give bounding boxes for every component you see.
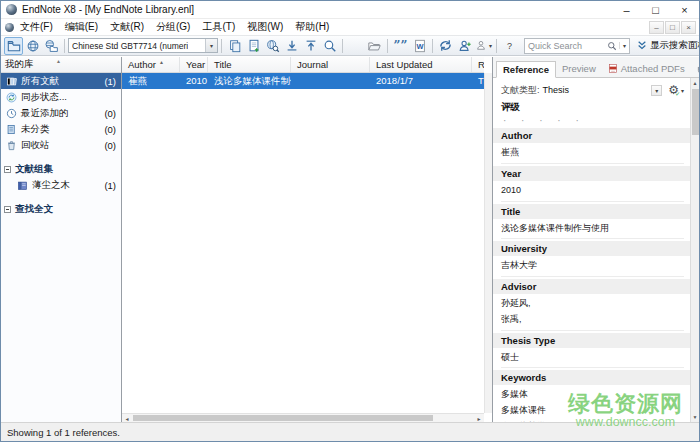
open-file-button[interactable] [365,37,384,55]
scrollbar-thumb[interactable] [692,89,699,135]
sidebar-item-trash[interactable]: 回收站 (0) [1,137,121,153]
group-set-my-groups[interactable]: 文献组集 [1,162,121,177]
tab-reference[interactable]: Reference [496,61,556,78]
menu-tools[interactable]: 工具(T) [196,20,241,34]
panel-vertical-scrollbar[interactable]: ▲ ▼ [690,78,699,422]
toolbar-separator [221,39,222,53]
export-button[interactable] [301,37,320,55]
scroll-down-icon[interactable]: ▼ [693,412,698,422]
toolbar-separator [64,39,65,53]
field-value-thesis-type[interactable]: 硕士 [501,348,684,369]
person-icon [475,39,487,52]
new-reference-button[interactable] [244,37,263,55]
field-value-title[interactable]: 浅论多媒体课件制作与使用 [501,219,684,240]
sidebar-item-label: 未分类 [21,123,50,136]
list-column-headers: Author▲ Year Title Journal Last Updated … [122,57,484,73]
maximize-button[interactable]: □ [641,1,670,18]
child-restore-button[interactable]: □ [665,21,680,34]
user-account-button[interactable]: ▾ [474,37,493,55]
field-value-advisor[interactable]: 孙延风, 张禹, [501,294,684,331]
minimize-button[interactable]: – [612,1,641,18]
field-value-university[interactable]: 吉林大学 [501,256,684,277]
find-fulltext-button[interactable] [320,37,339,55]
reference-type-row: 文献类型: Thesis ▾ ⚙ ✓ ▾ [501,82,684,98]
sidebar-item-custom-group[interactable]: 薄尘之木 (1) [1,177,121,193]
child-close-button[interactable]: × [681,21,696,34]
cell-last-updated: 2018/1/7 [370,73,472,89]
sync-button[interactable] [436,37,455,55]
sidebar-header[interactable]: 我的库 ▲ [1,57,121,73]
panel-options-button[interactable]: ⚙ ✓ ▾ [668,84,684,96]
document-window-icon[interactable] [5,23,14,32]
magnifier-icon [323,39,337,53]
menu-help[interactable]: 帮助(H) [289,20,335,34]
scroll-left-icon[interactable]: ◂ [122,415,132,422]
tab-preview[interactable]: Preview [556,60,602,77]
local-library-mode-button[interactable] [4,37,23,55]
sidebar-header-label: 我的库 [5,58,34,71]
column-header-journal[interactable]: Journal [291,57,370,72]
sync-status-icon [5,91,17,103]
cell-journal [291,73,370,89]
reference-type-dropdown[interactable]: ▾ [651,85,662,96]
integrated-mode-button[interactable] [42,37,61,55]
show-search-panel-button[interactable]: 显示搜索面板 [637,39,700,52]
menu-edit[interactable]: 编辑(E) [59,20,104,34]
reference-fields: 文献类型: Thesis ▾ ⚙ ✓ ▾ 评级 · · · · · Author… [493,78,690,422]
field-value-year[interactable]: 2010 [501,181,684,202]
menu-groups[interactable]: 分组(G) [150,20,196,34]
help-button[interactable]: ? [500,37,519,55]
endnote-window: EndNote X8 - [My EndNote Library.enl] – … [0,0,700,442]
sidebar-item-count: (0) [104,124,118,135]
list-horizontal-scrollbar[interactable]: ◂ ▸ [122,413,484,422]
menu-file[interactable]: 文件(F) [14,20,59,34]
field-value-keywords[interactable]: 多媒体 多媒体课件 多媒体教学 [501,385,684,422]
online-search-mode-button[interactable] [23,37,42,55]
field-value-author[interactable]: 崔燕 [501,143,684,164]
search-icon[interactable] [607,41,617,51]
title-bar: EndNote X8 - [My EndNote Library.enl] – … [1,1,699,19]
scrollbar-thumb[interactable] [133,415,433,421]
child-minimize-button[interactable]: – [649,21,664,34]
insert-citation-button[interactable]: ”” [391,37,410,55]
sidebar-item-unfiled[interactable]: 未分类 (0) [1,121,121,137]
chevron-down-icon: ▾ [681,87,684,94]
format-bibliography-button[interactable]: W [410,37,429,55]
sidebar-item-all-references[interactable]: 所有文献 (1) [1,73,121,89]
sidebar-item-sync-status[interactable]: 同步状态... [1,89,121,105]
close-button[interactable]: × [670,1,699,18]
list-vertical-scrollbar[interactable] [484,73,492,413]
chevron-down-icon: ▾ [205,39,217,52]
globe-folder-icon [44,39,59,53]
sidebar-item-recently-added[interactable]: 最近添加的 (0) [1,105,121,121]
copy-to-local-library-button[interactable] [225,37,244,55]
scroll-right-icon[interactable]: ▸ [474,415,484,422]
tab-attach-file[interactable] [691,60,700,77]
attach-file-button[interactable] [346,37,365,55]
show-search-panel-label: 显示搜索面板 [650,39,700,52]
tab-attached-pdfs[interactable]: Attached PDFs [602,60,691,77]
column-header-year[interactable]: Year [180,57,208,72]
group-set-find-fulltext[interactable]: 查找全文 [1,202,121,217]
menu-references[interactable]: 文献(R) [104,20,150,34]
field-label-keywords: Keywords [493,370,690,385]
reference-row-selected[interactable]: 崔燕 2010 浅论多媒体课件制作与使用 2018/1/7 Th [122,73,484,89]
field-label-advisor: Advisor [493,279,690,294]
import-button[interactable] [282,37,301,55]
output-style-dropdown[interactable]: Chinese Std GBT7714 (numeri ▾ [68,38,218,53]
column-header-reference-type[interactable]: Re [472,57,484,72]
column-header-title[interactable]: Title [208,57,291,72]
search-options-caret-icon[interactable]: ▾ [619,42,626,49]
collapse-icon[interactable] [4,166,11,173]
rating-stars[interactable]: · · · · · [503,115,684,126]
sidebar-item-label: 同步状态... [21,91,67,104]
menu-window[interactable]: 视图(W) [241,20,289,34]
column-header-last-updated[interactable]: Last Updated [370,57,472,72]
reference-list: Author▲ Year Title Journal Last Updated … [122,57,493,422]
collapse-icon[interactable] [4,206,11,213]
scroll-up-icon[interactable]: ▲ [693,78,698,88]
quick-search-input[interactable]: Quick Search ▾ [524,38,630,54]
online-search-button[interactable] [263,37,282,55]
column-header-author[interactable]: Author▲ [122,57,180,72]
share-library-button[interactable] [455,37,474,55]
